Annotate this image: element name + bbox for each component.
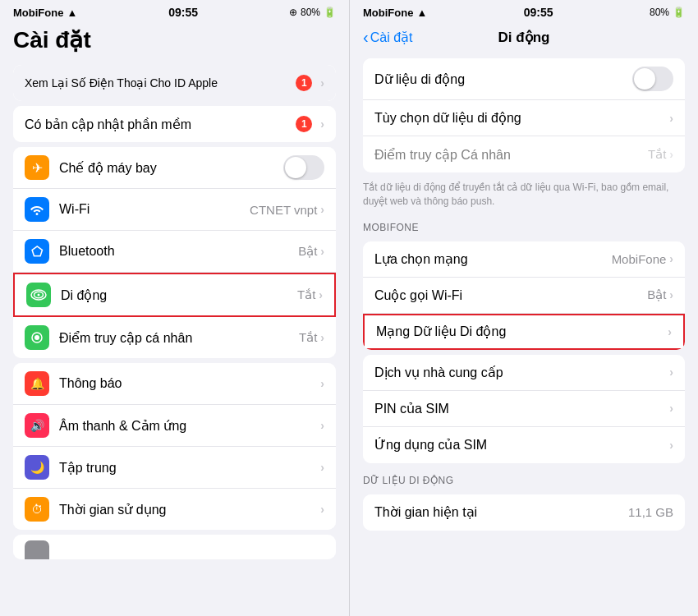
notification-chevron: ›	[320, 377, 324, 390]
mobile-data-group: Dữ liệu di động Tùy chọn dữ liệu di động…	[363, 58, 685, 172]
network-select-right: MobiFone ›	[612, 252, 673, 266]
battery-right: 80% 🔋	[650, 7, 685, 18]
wifi-row[interactable]: Wi-Fi CTNET vnpt ›	[13, 189, 336, 231]
sound-label: Âm thanh & Cảm ứng	[59, 418, 186, 434]
apple-id-group: Xem Lại Số Điện Thoại Cho ID Apple 1 ›	[13, 65, 336, 101]
sim-pin-label: PIN của SIM	[374, 401, 449, 416]
bluetooth-chevron: ›	[320, 245, 324, 258]
time-current-right: 11,1 GB	[628, 505, 673, 519]
screen-time-label: Thời gian sử dụng	[59, 502, 167, 517]
page-title-left: Cài đặt	[13, 26, 336, 53]
bluetooth-row[interactable]: ⬠ Bluetooth Bật ›	[13, 231, 336, 273]
di-dong-chevron: ›	[319, 288, 323, 301]
back-label: Cài đặt	[370, 30, 413, 45]
provider-row[interactable]: Dịch vụ nhà cung cấp ›	[363, 355, 685, 391]
sound-row[interactable]: 🔊 Âm thanh & Cảm ứng ›	[13, 405, 336, 447]
right-panel: MobiFone ▲ 09:55 80% 🔋 ‹ Cài đặt Di động…	[349, 0, 698, 616]
screen-time-icon: ⏱	[25, 497, 49, 522]
data-toggle-label: Dữ liệu di động	[374, 71, 465, 87]
wifi-call-value: Bật	[647, 287, 666, 302]
left-scroll[interactable]: Xem Lại Số Điện Thoại Cho ID Apple 1 › C…	[0, 60, 349, 616]
network-select-row[interactable]: Lựa chọn mạng MobiFone ›	[363, 241, 685, 278]
wifi-content: Wi-Fi CTNET vnpt ›	[59, 202, 324, 217]
time-current-row[interactable]: Thời gian hiện tại 11,1 GB	[363, 494, 685, 531]
du-lieu-group: Thời gian hiện tại 11,1 GB	[363, 494, 685, 531]
airplane-toggle[interactable]	[283, 155, 324, 180]
di-dong-icon	[26, 283, 51, 307]
focus-chevron: ›	[320, 461, 324, 474]
right-scroll[interactable]: Dữ liệu di động Tùy chọn dữ liệu di động…	[350, 53, 698, 616]
svg-point-2	[38, 294, 40, 297]
battery-icon-left: 🔋	[324, 7, 336, 18]
connectivity-group: ✈ Chế độ máy bay Wi-Fi CTNET vnpt ›	[13, 147, 336, 358]
wifi-call-chevron: ›	[669, 288, 673, 301]
personal-hotspot-label: Điểm truy cập Cá nhân	[374, 147, 511, 163]
bluetooth-icon: ⬠	[25, 239, 49, 264]
data-toggle[interactable]	[632, 67, 673, 91]
apple-id-label: Xem Lại Số Điện Thoại Cho ID Apple	[25, 76, 218, 90]
du-lieu-header: DỮ LIỆU DI ĐỘNG	[350, 468, 698, 490]
back-button[interactable]: ‹ Cài đặt	[363, 28, 412, 47]
more-row[interactable]	[13, 535, 336, 559]
notification-row[interactable]: 🔔 Thông báo ›	[13, 363, 336, 405]
mobifone-header: MOBIFONE	[350, 215, 698, 237]
provider-chevron: ›	[669, 365, 673, 379]
sim-pin-chevron: ›	[669, 402, 673, 415]
provider-right: ›	[669, 365, 673, 379]
mobifone-group: Lựa chọn mạng MobiFone › Cuộc gọi Wi-Fi …	[363, 241, 685, 350]
sound-icon: 🔊	[25, 413, 49, 438]
data-options-label: Tùy chọn dữ liệu di động	[374, 110, 521, 126]
wifi-call-row[interactable]: Cuộc gọi Wi-Fi Bật ›	[363, 278, 685, 314]
mobile-data-network-label: Mạng Dữ liệu Di động	[376, 324, 506, 339]
screen-time-right: ›	[320, 503, 324, 516]
page-title-right: Di động	[498, 29, 550, 46]
back-chevron: ‹	[363, 28, 369, 47]
more-group	[13, 535, 336, 559]
bluetooth-content: Bluetooth Bật ›	[59, 244, 324, 259]
focus-icon: 🌙	[25, 455, 49, 480]
sim-pin-content: PIN của SIM ›	[374, 401, 673, 416]
bluetooth-value: Bật	[298, 244, 317, 259]
di-dong-row[interactable]: Di động Tắt ›	[13, 273, 336, 317]
bluetooth-label: Bluetooth	[59, 244, 115, 259]
focus-row[interactable]: 🌙 Tập trung ›	[13, 447, 336, 489]
screen-time-row[interactable]: ⏱ Thời gian sử dụng ›	[13, 489, 336, 530]
software-update-row[interactable]: Có bản cập nhật phần mềm 1 ›	[13, 106, 336, 142]
software-chevron: ›	[320, 117, 324, 131]
sound-content: Âm thanh & Cảm ứng ›	[59, 418, 324, 434]
focus-right: ›	[320, 461, 324, 474]
nav-bar-right: ‹ Cài đặt Di động	[350, 23, 698, 53]
sim-pin-row[interactable]: PIN của SIM ›	[363, 391, 685, 427]
data-options-row[interactable]: Tùy chọn dữ liệu di động ›	[363, 100, 685, 136]
apple-id-content: Xem Lại Số Điện Thoại Cho ID Apple 1 ›	[25, 75, 324, 91]
wifi-call-label: Cuộc gọi Wi-Fi	[374, 287, 462, 303]
mobile-data-network-row[interactable]: Mạng Dữ liệu Di động ›	[363, 314, 685, 350]
hotspot-label: Điểm truy cập cá nhân	[59, 330, 192, 346]
battery-left: ⊕ 80% 🔋	[289, 7, 336, 18]
apple-id-chevron: ›	[320, 76, 324, 90]
status-bar-right: MobiFone ▲ 09:55 80% 🔋	[350, 0, 698, 23]
bluetooth-right: Bật ›	[298, 244, 324, 259]
personal-hotspot-row[interactable]: Điểm truy cập Cá nhân Tắt ›	[363, 136, 685, 172]
sim-app-content: Ứng dụng của SIM ›	[374, 437, 673, 453]
sound-chevron: ›	[320, 419, 324, 432]
airplane-row[interactable]: ✈ Chế độ máy bay	[13, 147, 336, 189]
network-select-content: Lựa chọn mạng MobiFone ›	[374, 251, 673, 267]
sim-app-right: ›	[669, 439, 673, 452]
status-bar-left: MobiFone ▲ 09:55 ⊕ 80% 🔋	[0, 0, 349, 23]
sound-right: ›	[320, 419, 324, 432]
data-toggle-row[interactable]: Dữ liệu di động	[363, 58, 685, 100]
di-dong-label: Di động	[61, 287, 107, 303]
screen-time-content: Thời gian sử dụng ›	[59, 502, 324, 517]
location-icon: ⊕	[289, 7, 297, 18]
airplane-content: Chế độ máy bay	[59, 155, 324, 180]
sim-app-row[interactable]: Ứng dụng của SIM ›	[363, 427, 685, 463]
network-select-label: Lựa chọn mạng	[374, 251, 468, 267]
hotspot-row[interactable]: Điểm truy cập cá nhân Tắt ›	[13, 317, 336, 358]
hotspot-chevron: ›	[320, 331, 324, 344]
network-select-chevron: ›	[669, 252, 673, 265]
software-badge: 1	[296, 116, 312, 132]
notification-right: ›	[320, 377, 324, 390]
time-current-label: Thời gian hiện tại	[374, 504, 477, 520]
apple-id-row[interactable]: Xem Lại Số Điện Thoại Cho ID Apple 1 ›	[13, 65, 336, 101]
